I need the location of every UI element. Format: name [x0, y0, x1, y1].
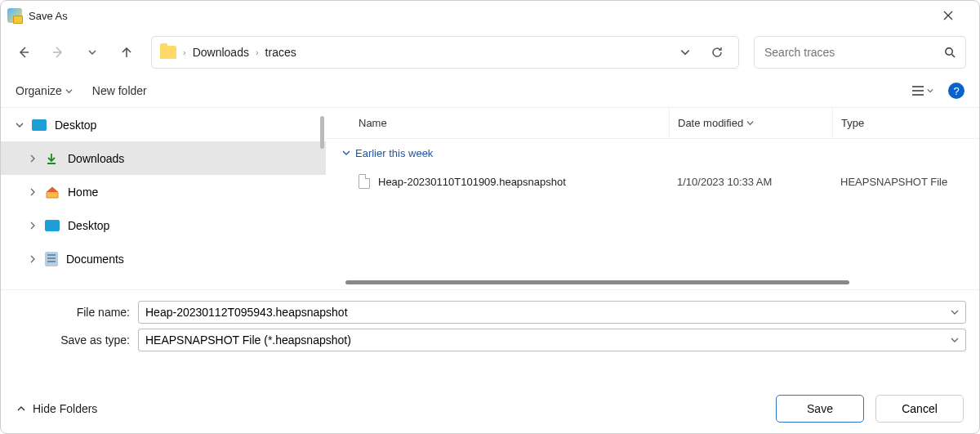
- tree-item-documents[interactable]: Documents: [1, 242, 326, 275]
- save-type-value: HEAPSNAPSHOT File (*.heapsnapshot): [145, 333, 951, 347]
- app-icon: [7, 8, 22, 23]
- file-icon: [359, 174, 370, 189]
- desktop-icon: [32, 119, 47, 131]
- file-name-dropdown[interactable]: [951, 308, 959, 316]
- forward-button[interactable]: [48, 43, 68, 62]
- home-icon: [45, 186, 60, 199]
- new-folder-label: New folder: [92, 84, 147, 97]
- file-name-field[interactable]: [138, 301, 966, 324]
- file-date: 1/10/2023 10:33 AM: [669, 176, 832, 188]
- tree-label: Desktop: [55, 119, 96, 132]
- window-title: Save As: [29, 10, 68, 22]
- file-name-label: File name:: [14, 306, 130, 319]
- save-type-dropdown[interactable]: [951, 336, 959, 344]
- breadcrumb-item[interactable]: Downloads: [193, 46, 249, 59]
- horizontal-scrollbar[interactable]: [345, 280, 960, 284]
- column-header-date[interactable]: Date modified: [669, 108, 832, 138]
- cancel-button[interactable]: Cancel: [875, 395, 964, 423]
- column-header-date-label: Date modified: [678, 117, 743, 129]
- help-button[interactable]: ?: [948, 83, 964, 99]
- close-button[interactable]: [943, 11, 973, 20]
- back-button[interactable]: [14, 43, 33, 62]
- save-button[interactable]: Save: [776, 395, 864, 423]
- view-options-button[interactable]: [911, 85, 933, 96]
- address-dropdown-button[interactable]: [679, 47, 691, 58]
- save-type-field[interactable]: HEAPSNAPSHOT File (*.heapsnapshot): [138, 329, 966, 351]
- breadcrumb-item[interactable]: traces: [265, 46, 296, 59]
- search-box[interactable]: [754, 36, 966, 69]
- tree-item-desktop-2[interactable]: Desktop: [1, 208, 326, 242]
- folder-icon: [160, 46, 176, 59]
- sidebar-scrollbar[interactable]: [320, 116, 324, 149]
- search-input[interactable]: [764, 46, 944, 59]
- file-type: HEAPSNAPSHOT File: [832, 176, 979, 188]
- tree-item-desktop[interactable]: Desktop: [1, 108, 326, 141]
- documents-icon: [45, 252, 58, 266]
- desktop-icon: [45, 220, 60, 231]
- group-header[interactable]: Earlier this week: [326, 139, 979, 167]
- tree-item-downloads[interactable]: Downloads: [1, 141, 326, 175]
- up-button[interactable]: [117, 43, 136, 62]
- chevron-right-icon[interactable]: [29, 255, 37, 263]
- tree-label: Desktop: [68, 219, 109, 232]
- organize-label: Organize: [16, 84, 62, 97]
- chevron-right-icon[interactable]: [29, 221, 37, 230]
- chevron-down-icon[interactable]: [16, 121, 24, 129]
- tree-label: Documents: [66, 253, 124, 266]
- svg-point-0: [946, 48, 952, 55]
- tree-label: Downloads: [68, 152, 124, 165]
- tree-item-home[interactable]: Home: [1, 175, 326, 208]
- group-header-label: Earlier this week: [355, 147, 433, 159]
- file-name-input[interactable]: [145, 306, 951, 319]
- file-pane: Name Date modified Type Earlier this wee…: [326, 108, 979, 289]
- sidebar: Desktop Downloads Home Desktop: [1, 108, 326, 289]
- new-folder-button[interactable]: New folder: [92, 84, 147, 97]
- chevron-right-icon: ›: [256, 47, 259, 57]
- column-header-name[interactable]: Name: [326, 117, 669, 129]
- chevron-right-icon[interactable]: [29, 188, 37, 196]
- column-header-type[interactable]: Type: [832, 108, 979, 138]
- recent-locations-button[interactable]: [82, 43, 102, 62]
- file-row[interactable]: Heap-20230110T101909.heapsnapshot 1/10/2…: [326, 167, 979, 196]
- chevron-right-icon: ›: [183, 47, 186, 57]
- save-type-label: Save as type:: [14, 333, 130, 347]
- chevron-right-icon[interactable]: [29, 154, 37, 163]
- organize-button[interactable]: Organize: [16, 84, 73, 97]
- address-bar[interactable]: › Downloads › traces: [151, 36, 739, 69]
- chevron-down-icon: [342, 149, 350, 157]
- tree-label: Home: [68, 186, 98, 199]
- search-icon[interactable]: [944, 47, 956, 58]
- sort-indicator-icon: [746, 119, 754, 127]
- chevron-up-icon: [16, 404, 26, 414]
- hide-folders-label: Hide Folders: [33, 402, 97, 415]
- hide-folders-button[interactable]: Hide Folders: [16, 402, 97, 415]
- file-name: Heap-20230110T101909.heapsnapshot: [378, 176, 566, 188]
- download-icon: [45, 152, 60, 165]
- refresh-button[interactable]: [704, 39, 730, 65]
